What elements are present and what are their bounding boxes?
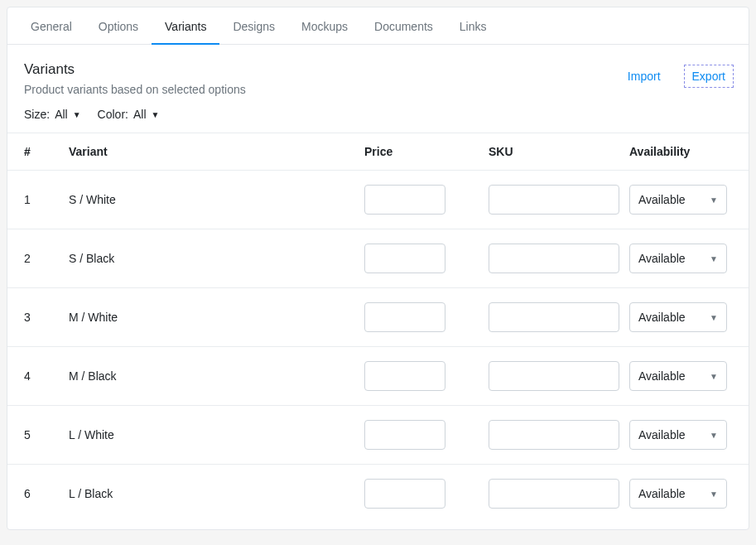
tab-designs[interactable]: Designs bbox=[219, 8, 288, 45]
row-number: 5 bbox=[24, 428, 69, 441]
import-button[interactable]: Import bbox=[621, 66, 667, 86]
tab-documents[interactable]: Documents bbox=[361, 8, 446, 45]
panel-subtitle: Product variants based on selected optio… bbox=[24, 83, 246, 96]
availability-value: Available bbox=[638, 252, 686, 265]
price-input[interactable] bbox=[364, 244, 445, 273]
sku-input[interactable] bbox=[489, 361, 619, 391]
availability-select[interactable]: Available ▼ bbox=[629, 244, 727, 273]
col-number-header: # bbox=[24, 145, 69, 158]
col-price-header: Price bbox=[364, 145, 489, 158]
filter-size[interactable]: Size: All ▼ bbox=[24, 108, 81, 121]
col-availability-header: Availability bbox=[629, 145, 732, 158]
table-row: 4 M / Black Available ▼ bbox=[7, 347, 749, 406]
price-input[interactable] bbox=[364, 361, 445, 391]
header-actions: Import Export bbox=[621, 61, 732, 86]
availability-select[interactable]: Available ▼ bbox=[629, 302, 727, 332]
tabs-nav: General Options Variants Designs Mockups… bbox=[7, 7, 749, 45]
price-input[interactable] bbox=[364, 479, 445, 509]
filters-row: Size: All ▼ Color: All ▼ bbox=[7, 103, 749, 133]
availability-value: Available bbox=[638, 193, 686, 206]
export-button[interactable]: Export bbox=[686, 66, 732, 86]
caret-down-icon: ▼ bbox=[710, 431, 718, 440]
filter-color-value: All bbox=[133, 108, 147, 121]
caret-down-icon: ▼ bbox=[152, 110, 160, 119]
filter-size-value: All bbox=[55, 108, 68, 121]
caret-down-icon: ▼ bbox=[710, 313, 718, 322]
panel-title: Variants bbox=[24, 61, 246, 78]
row-number: 2 bbox=[24, 252, 69, 265]
table-row: 5 L / White Available ▼ bbox=[7, 406, 749, 465]
caret-down-icon: ▼ bbox=[710, 195, 718, 205]
sku-input[interactable] bbox=[489, 420, 619, 450]
price-input[interactable] bbox=[364, 302, 445, 332]
row-variant-name: M / Black bbox=[69, 369, 364, 383]
row-variant-name: L / Black bbox=[69, 487, 364, 500]
row-variant-name: L / White bbox=[69, 428, 364, 441]
row-number: 6 bbox=[24, 487, 69, 500]
col-sku-header: SKU bbox=[489, 145, 629, 158]
row-variant-name: S / Black bbox=[69, 252, 364, 265]
table-row: 3 M / White Available ▼ bbox=[7, 288, 749, 347]
table-row: 1 S / White Available ▼ bbox=[7, 171, 749, 229]
tab-options[interactable]: Options bbox=[85, 8, 152, 45]
availability-select[interactable]: Available ▼ bbox=[629, 420, 727, 450]
sku-input[interactable] bbox=[489, 479, 619, 509]
sku-input[interactable] bbox=[489, 302, 619, 332]
row-variant-name: S / White bbox=[69, 193, 364, 206]
availability-value: Available bbox=[638, 369, 686, 383]
table-header: # Variant Price SKU Availability bbox=[7, 133, 749, 171]
price-input[interactable] bbox=[364, 185, 445, 215]
col-variant-header: Variant bbox=[69, 145, 364, 158]
tab-general[interactable]: General bbox=[17, 8, 85, 45]
row-number: 3 bbox=[24, 311, 69, 324]
variants-table: # Variant Price SKU Availability 1 S / W… bbox=[7, 133, 749, 523]
row-number: 1 bbox=[24, 193, 69, 206]
table-row: 2 S / Black Available ▼ bbox=[7, 229, 749, 288]
product-card: General Options Variants Designs Mockups… bbox=[7, 7, 749, 530]
availability-value: Available bbox=[638, 311, 686, 324]
availability-select[interactable]: Available ▼ bbox=[629, 185, 727, 215]
availability-value: Available bbox=[638, 487, 686, 500]
caret-down-icon: ▼ bbox=[710, 490, 718, 499]
filter-color-label: Color: bbox=[98, 108, 128, 121]
tab-mockups[interactable]: Mockups bbox=[288, 8, 361, 45]
availability-select[interactable]: Available ▼ bbox=[629, 361, 727, 391]
caret-down-icon: ▼ bbox=[73, 110, 81, 119]
price-input[interactable] bbox=[364, 420, 445, 450]
tab-links[interactable]: Links bbox=[446, 8, 500, 45]
panel-header: Variants Product variants based on selec… bbox=[7, 45, 749, 103]
availability-select[interactable]: Available ▼ bbox=[629, 479, 727, 509]
sku-input[interactable] bbox=[489, 185, 619, 215]
filter-color[interactable]: Color: All ▼ bbox=[98, 108, 160, 121]
caret-down-icon: ▼ bbox=[710, 254, 718, 263]
row-number: 4 bbox=[24, 369, 69, 383]
tab-variants[interactable]: Variants bbox=[152, 8, 219, 45]
sku-input[interactable] bbox=[489, 244, 619, 273]
table-row: 6 L / Black Available ▼ bbox=[7, 465, 749, 523]
caret-down-icon: ▼ bbox=[710, 372, 718, 381]
filter-size-label: Size: bbox=[24, 108, 50, 121]
availability-value: Available bbox=[638, 428, 686, 441]
row-variant-name: M / White bbox=[69, 311, 364, 324]
